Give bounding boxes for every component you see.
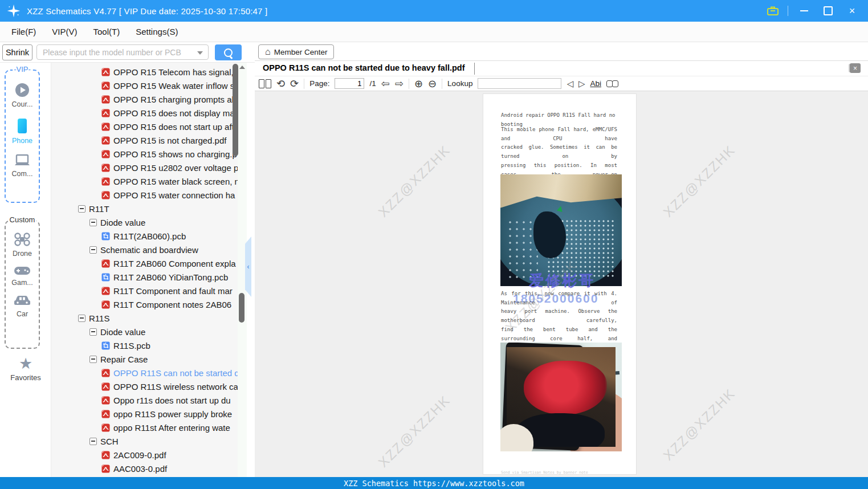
pdf-footnote: Send via Smartisan Notes by banner note (501, 470, 588, 475)
rotate-right-icon[interactable]: ⟳ (290, 79, 299, 89)
tree-item[interactable]: oppo R11st After entering wate (51, 421, 238, 434)
tree-item[interactable]: OPPO R15 charging prompts ab (51, 92, 238, 106)
tree-item-label: SCH (100, 437, 119, 446)
tree-item[interactable]: SCH (51, 434, 238, 448)
lookup-input[interactable] (478, 78, 561, 89)
tree-item[interactable]: R11T (51, 202, 238, 215)
app-watermark: XZZ@XZZHK (370, 137, 458, 225)
tree-item[interactable]: Diode value (51, 325, 238, 339)
app-watermark: XZZ@XZZHK (370, 388, 458, 475)
pdf-file-icon (101, 369, 110, 377)
model-search-input[interactable] (36, 44, 209, 60)
member-center-tab[interactable]: ⌂ Member Center (258, 44, 334, 59)
sidebar-item-drone[interactable]: Drone (13, 231, 32, 258)
car-icon (13, 294, 31, 308)
chevron-down-icon[interactable] (197, 51, 203, 55)
collapse-minus-icon[interactable] (78, 315, 85, 322)
sidebar-item-favorites[interactable]: ★ Favorites (0, 356, 51, 382)
drone-icon (14, 231, 31, 247)
next-page-icon[interactable]: ⇨ (395, 79, 404, 89)
tree-item[interactable]: OPPO R15 Weak water inflow si (51, 79, 238, 92)
page-number-input[interactable] (335, 78, 364, 89)
document-tab[interactable]: OPPO R11S can not be started due to heav… (263, 63, 465, 72)
collapse-minus-icon[interactable] (89, 438, 97, 445)
tree-item[interactable]: OPPO R11S can not be started d (51, 366, 238, 380)
collapse-minus-icon[interactable] (89, 328, 97, 336)
tree-item[interactable]: Diode value (51, 215, 238, 229)
tree-item-label: OPPO R15 does not display mai (113, 108, 237, 118)
tree-item[interactable]: R11T(2AB060).pcb (51, 229, 238, 243)
menu-settings[interactable]: Settings(S) (128, 27, 186, 36)
vip-group-label: -VIP- (13, 65, 32, 74)
sidebar-item-car[interactable]: Car (13, 294, 31, 318)
page-label: Page: (309, 79, 329, 88)
tree-item[interactable]: OPPO R15 u2802 over voltage p (51, 161, 238, 174)
maximize-button[interactable] (820, 4, 836, 18)
menu-tool[interactable]: Tool(T) (85, 27, 128, 36)
tree-item-label: OPPO R15 u2802 over voltage p (113, 163, 238, 173)
pcb-microscope-photo (500, 174, 622, 286)
collapse-minus-icon[interactable] (89, 246, 97, 254)
custom-group: Custom Drone Gam... (5, 220, 40, 349)
tree-item[interactable]: OPPO R15 Telecom has signal, r (51, 65, 238, 79)
tree-item[interactable]: Oppo r11s does not start up du (51, 393, 238, 407)
tree-item[interactable]: oppo R11S power supply broke (51, 407, 238, 421)
menu-vip[interactable]: VIP(V) (44, 27, 85, 36)
tree-item[interactable]: R11T 2AB060 Component expla (51, 256, 238, 270)
previous-page-icon[interactable]: ⇦ (381, 79, 390, 89)
tree-item[interactable]: 2AC009-0.pdf (51, 448, 238, 462)
menu-file[interactable]: File(F) (3, 27, 44, 36)
match-case-abi-icon[interactable]: Abi (590, 79, 602, 88)
pdf-file-icon (101, 95, 110, 104)
pdf-file-icon (101, 423, 110, 432)
tree-scrollbar-thumb[interactable] (233, 64, 238, 156)
tree-item[interactable]: Schematic and boardview (51, 243, 238, 256)
tree-item[interactable]: OPPO R15 is not charged.pdf (51, 133, 238, 147)
vip-briefcase-icon[interactable] (766, 5, 780, 17)
search-button[interactable] (215, 44, 242, 60)
tree-item-label: R11T(2AB060).pcb (113, 231, 186, 241)
collapse-minus-icon[interactable] (89, 219, 97, 226)
panel-collapse-handle[interactable]: ‹ (245, 237, 251, 297)
collapse-minus-icon[interactable] (78, 205, 85, 213)
sidebar-item-phone[interactable]: Phone (12, 117, 32, 145)
rotate-left-icon[interactable]: ⟲ (276, 79, 285, 89)
find-next-icon[interactable]: ▷ (578, 79, 585, 89)
close-button[interactable]: × (844, 4, 860, 18)
tree-item-label: Repair Case (100, 354, 148, 364)
close-document-icon[interactable]: × (850, 63, 861, 73)
sidebar-item-course[interactable]: Cour... (12, 82, 33, 108)
shrink-button[interactable]: Shrink (2, 44, 32, 60)
tree-item-label: OPPO R15 charging prompts ab (113, 95, 237, 104)
zoom-in-icon[interactable]: ⊕ (414, 79, 423, 89)
sidebar-item-computer[interactable]: Com... (12, 154, 33, 178)
panel-scrollbar-thumb[interactable] (239, 293, 244, 323)
tree-item[interactable]: OPPO R11S wireless network ca (51, 380, 238, 393)
scroll-up-icon[interactable] (239, 66, 245, 69)
tree-item-label: R11T 2AB060 YiDianTong.pcb (113, 272, 228, 282)
minimize-button[interactable] (796, 4, 812, 18)
tree-item[interactable]: R11T 2AB060 YiDianTong.pcb (51, 270, 238, 284)
tree-item[interactable]: OPPO R15 water black screen, n (51, 174, 238, 188)
search-row: Shrink (0, 42, 255, 63)
tree-item[interactable]: AAC003-0.pdf (51, 462, 238, 475)
pcb-file-icon (101, 273, 110, 282)
find-previous-icon[interactable]: ◁ (567, 79, 573, 89)
tree-item[interactable]: OPPO R15 shows no charging.p (51, 147, 238, 161)
tree-item[interactable]: OPPO R15 water connection ha (51, 188, 238, 202)
binoculars-search-icon[interactable] (606, 80, 618, 87)
tree-item[interactable]: R11T Component and fault mar (51, 284, 238, 298)
collapse-minus-icon[interactable] (89, 356, 97, 363)
tree-item-label: Diode value (100, 327, 145, 337)
tree-item[interactable]: OPPO R15 does not start up afte (51, 120, 238, 133)
tree-item[interactable]: R11T Component notes 2AB06 (51, 298, 238, 311)
app-watermark: XZZ@XZZHK (655, 381, 743, 468)
zoom-out-icon[interactable]: ⊖ (428, 79, 437, 89)
tree-item[interactable]: Repair Case (51, 352, 238, 366)
sidebar-item-game[interactable]: Gam... (11, 265, 33, 287)
tree-item[interactable]: OPPO R15 does not display mai (51, 106, 238, 120)
tree-item-label: Schematic and boardview (100, 245, 198, 255)
tree-item[interactable]: R11S (51, 311, 238, 325)
tree-item[interactable]: R11S.pcb (51, 339, 238, 352)
two-page-view-icon[interactable] (259, 79, 271, 88)
